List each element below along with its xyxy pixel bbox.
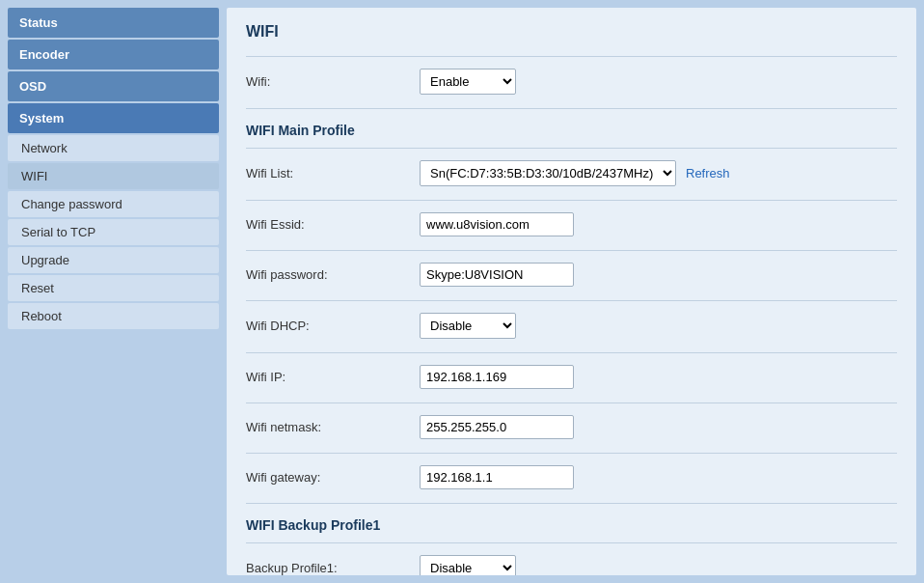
wifi-enable-select[interactable]: Enable Disable	[420, 69, 516, 95]
wifi-gateway-row: Wifi gateway:	[246, 461, 897, 493]
sidebar-item-osd[interactable]: OSD	[8, 71, 219, 101]
main-content: WIFI Wifi: Enable Disable WIFI Main Prof…	[227, 8, 916, 575]
sidebar-item-wifi[interactable]: WIFI	[8, 163, 219, 189]
wifi-password-input[interactable]	[420, 263, 574, 287]
sidebar-item-reset[interactable]: Reset	[8, 275, 219, 301]
wifi-gateway-input[interactable]	[420, 465, 574, 489]
wifi-list-label: Wifi List:	[246, 166, 420, 180]
sidebar-item-upgrade[interactable]: Upgrade	[8, 247, 219, 273]
wifi-netmask-input[interactable]	[420, 415, 574, 439]
sidebar-item-status[interactable]: Status	[8, 8, 219, 38]
backup-profile1-select[interactable]: Disable Enable	[420, 555, 516, 575]
sidebar-item-serial-to-tcp[interactable]: Serial to TCP	[8, 219, 219, 245]
wifi-dhcp-row: Wifi DHCP: Disable Enable	[246, 309, 897, 343]
wifi-password-label: Wifi password:	[246, 267, 420, 282]
wifi-ip-label: Wifi IP:	[246, 370, 420, 384]
backup-profile1-label: Backup Profile1:	[246, 561, 420, 575]
wifi-netmask-label: Wifi netmask:	[246, 420, 420, 434]
wifi-enable-row: Wifi: Enable Disable	[246, 65, 897, 98]
wifi-list-row: Wifi List: Sn(FC:D7:33:5B:D3:30/10dB/243…	[246, 156, 897, 190]
sidebar: Status Encoder OSD System Network WIFI C…	[0, 0, 227, 583]
sidebar-item-encoder[interactable]: Encoder	[8, 40, 219, 69]
wifi-essid-row: Wifi Essid:	[246, 208, 897, 240]
wifi-label: Wifi:	[246, 74, 420, 89]
wifi-list-select[interactable]: Sn(FC:D7:33:5B:D3:30/10dB/2437MHz)	[420, 160, 676, 186]
main-profile-title: WIFI Main Profile	[246, 123, 897, 138]
refresh-link[interactable]: Refresh	[686, 166, 730, 180]
wifi-essid-input[interactable]	[420, 212, 574, 236]
sidebar-item-change-password[interactable]: Change password	[8, 191, 219, 217]
wifi-essid-label: Wifi Essid:	[246, 217, 420, 232]
wifi-dhcp-label: Wifi DHCP:	[246, 319, 420, 333]
page-title: WIFI	[246, 23, 897, 44]
wifi-ip-row: Wifi IP:	[246, 361, 897, 393]
sidebar-item-reboot[interactable]: Reboot	[8, 303, 219, 329]
wifi-ip-input[interactable]	[420, 365, 574, 389]
wifi-dhcp-select[interactable]: Disable Enable	[420, 313, 516, 339]
backup-profile1-row: Backup Profile1: Disable Enable	[246, 551, 897, 575]
wifi-password-row: Wifi password:	[246, 259, 897, 291]
wifi-netmask-row: Wifi netmask:	[246, 411, 897, 443]
backup-profile1-title: WIFI Backup Profile1	[246, 517, 897, 533]
wifi-gateway-label: Wifi gateway:	[246, 470, 420, 485]
sidebar-section-system: System	[8, 103, 219, 133]
sidebar-item-network[interactable]: Network	[8, 135, 219, 161]
